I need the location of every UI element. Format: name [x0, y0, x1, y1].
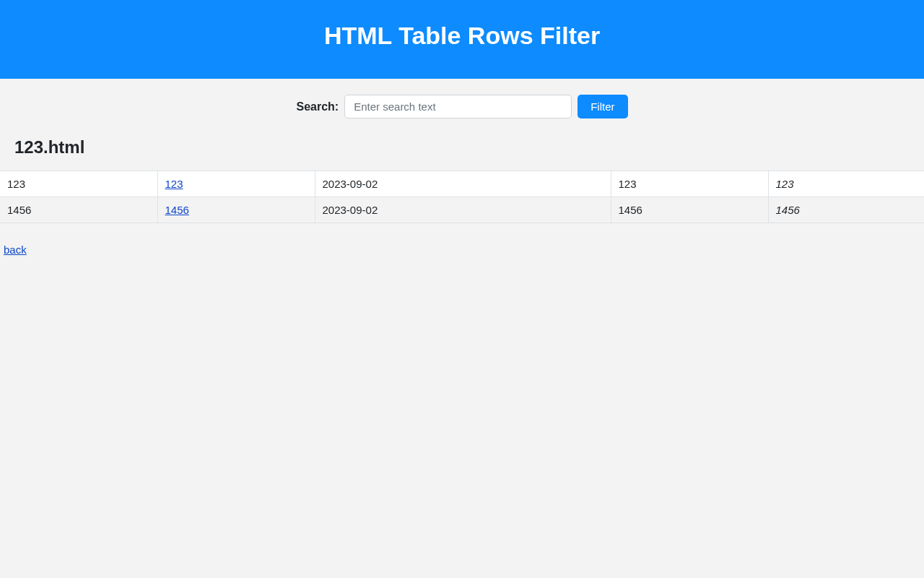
- page-title: HTML Table Rows Filter: [0, 22, 924, 50]
- table-cell-italic: 123: [768, 171, 924, 197]
- search-label: Search:: [296, 100, 339, 113]
- filter-button[interactable]: Filter: [578, 95, 627, 118]
- table-cell-italic: 1456: [768, 197, 924, 223]
- table-cell-date: 2023-09-02: [315, 197, 611, 223]
- table-row: 123 123 2023-09-02 123 123: [0, 171, 924, 197]
- row-link[interactable]: 123: [165, 178, 183, 190]
- back-link[interactable]: back: [4, 243, 27, 256]
- search-bar: Search: Filter: [0, 79, 924, 131]
- row-link[interactable]: 1456: [165, 204, 189, 216]
- table-cell: 1456: [0, 197, 157, 223]
- search-input[interactable]: [344, 95, 572, 118]
- table-row: 1456 1456 2023-09-02 1456 1456: [0, 197, 924, 223]
- table-cell: 1456: [611, 197, 768, 223]
- table-cell-date: 2023-09-02: [315, 171, 611, 197]
- table-cell: 123: [611, 171, 768, 197]
- page-header: HTML Table Rows Filter: [0, 0, 924, 79]
- results-table: 123 123 2023-09-02 123 123 1456 1456 202…: [0, 171, 924, 223]
- table-cell-link: 123: [157, 171, 315, 197]
- table-cell: 123: [0, 171, 157, 197]
- table-cell-link: 1456: [157, 197, 315, 223]
- filename-heading: 123.html: [0, 131, 924, 171]
